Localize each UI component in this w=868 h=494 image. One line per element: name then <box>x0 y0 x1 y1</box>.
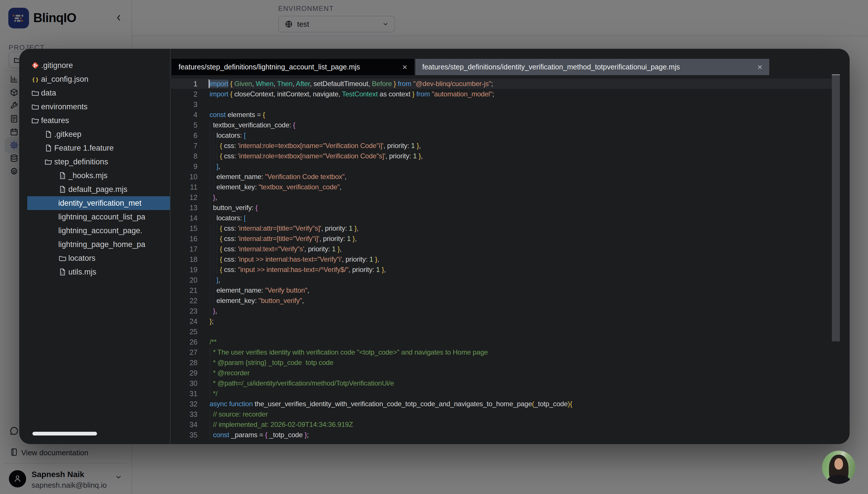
indent-guide <box>210 265 210 274</box>
close-icon[interactable]: × <box>757 63 762 72</box>
tree-item[interactable]: locators <box>27 251 170 265</box>
line-number: 15 <box>170 223 198 233</box>
indent-guide <box>213 276 214 285</box>
line-number: 28 <box>170 358 198 368</box>
indent-guide <box>213 265 214 274</box>
indent-guide <box>213 151 214 160</box>
indent-guide <box>210 306 210 316</box>
code-line: 9], <box>170 161 850 172</box>
indent-guide <box>210 348 210 357</box>
line-number: 12 <box>170 192 198 203</box>
tree-item-label: Feature 1.feature <box>54 144 114 153</box>
tree-item[interactable]: { }_hooks.mjs <box>27 169 170 183</box>
file-icon <box>44 130 53 138</box>
folder-icon <box>58 254 67 263</box>
indent-guide <box>210 358 210 367</box>
line-number: 9 <box>170 161 198 172</box>
tree-horizontal-scrollbar[interactable] <box>33 432 97 436</box>
code-line: 26/** <box>170 337 850 347</box>
indent-guide <box>210 172 210 181</box>
line-number: 27 <box>170 347 198 358</box>
text-cursor <box>209 79 209 88</box>
code-text: { css: "input >> internal:has-text=/^Ver… <box>220 265 386 275</box>
tree-item[interactable]: { }default_page.mjs <box>27 183 170 196</box>
indent-guide <box>210 368 210 378</box>
code-text: { css: 'internal:text="Verify"s', priori… <box>220 244 341 254</box>
indent-guide <box>217 244 217 253</box>
code-text: textbox_verification_code: { <box>213 120 295 130</box>
indent-guide <box>210 131 210 140</box>
tree-item[interactable]: data <box>27 86 170 100</box>
code-text: }; <box>209 316 214 326</box>
code-text: import { Given, When, Then, After, setDe… <box>209 79 493 89</box>
editor-vertical-scrollbar[interactable] <box>832 75 840 341</box>
line-number: 14 <box>170 213 198 223</box>
tree-item-label: identity_verification_met <box>58 199 142 208</box>
indent-guide <box>210 213 210 223</box>
tree-item[interactable]: Feature 1.feature <box>27 141 170 155</box>
tree-item[interactable]: .gitkeep <box>27 127 170 141</box>
indent-guide <box>213 255 214 264</box>
line-number: 32 <box>170 399 198 409</box>
file-code-icon: { } <box>58 171 67 180</box>
code-line: 28* @param {string} _totp_code totp code <box>170 358 850 368</box>
line-number: 23 <box>170 306 198 316</box>
tree-item-label: lightning_account_page. <box>58 226 142 235</box>
tree-item[interactable]: { }utils.mjs <box>27 265 170 279</box>
tree-item-label: default_page.mjs <box>68 185 127 194</box>
code-text: element_name: "Verify button", <box>217 285 309 296</box>
tree-item[interactable]: .gitignore <box>27 58 170 72</box>
tree-item-label: .gitignore <box>41 61 73 70</box>
tree-item[interactable]: identity_verification_met <box>27 196 170 210</box>
indent-guide <box>210 389 210 398</box>
tree-item[interactable]: lightning_account_list_pa <box>27 210 170 224</box>
indent-guide <box>213 244 214 253</box>
code-text: * @recorder <box>213 368 250 378</box>
code-text: * The user verifies identity with verifi… <box>213 347 488 358</box>
code-text: async function the_user_verifies_identit… <box>209 399 572 409</box>
indent-guide <box>217 255 217 264</box>
line-number: 17 <box>170 244 198 254</box>
indent-guide <box>217 265 217 274</box>
indent-guide <box>210 203 210 212</box>
tree-item[interactable]: step_definitions <box>27 155 170 169</box>
tree-item[interactable]: environments <box>27 100 170 114</box>
code-line: 12}, <box>170 192 850 203</box>
tree-item[interactable]: lightning_page_home_pa <box>27 238 170 251</box>
git-icon <box>31 61 40 70</box>
indent-guide <box>210 224 210 233</box>
editor-tab[interactable]: features/step_definitions/lightning_acco… <box>172 59 414 75</box>
line-number: 18 <box>170 254 198 265</box>
tree-item[interactable]: { }ai_config.json <box>27 72 170 86</box>
tree-item-label: lightning_page_home_pa <box>58 240 145 249</box>
tree-item[interactable]: lightning_account_page. <box>27 224 170 238</box>
tab-filename: features/step_definitions/identity_verif… <box>422 63 752 71</box>
code-line: 27* The user verifies identity with veri… <box>170 347 850 358</box>
code-line: 4const elements = { <box>170 110 850 120</box>
tree-item-label: ai_config.json <box>41 75 88 84</box>
indent-guide <box>213 213 214 223</box>
code-line: 29* @recorder <box>170 368 850 378</box>
code-line: 6locators: [ <box>170 130 850 140</box>
assistant-avatar-photo[interactable] <box>822 451 855 484</box>
file-code-icon: { } <box>58 268 67 276</box>
close-icon[interactable]: × <box>402 63 407 72</box>
code-editor: features/step_definitions/lightning_acco… <box>170 49 850 444</box>
line-number: 19 <box>170 265 198 275</box>
code-line: 35const _params = { _totp_code }; <box>170 430 850 440</box>
code-text: { css: 'input >> internal:has-text="Veri… <box>220 254 379 265</box>
svg-text:{ }: { } <box>61 271 64 274</box>
code-text: locators: [ <box>217 213 246 223</box>
line-number: 20 <box>170 275 198 285</box>
tree-item[interactable]: features <box>27 114 170 127</box>
indent-guide <box>210 162 210 171</box>
code-line: 5textbox_verification_code: { <box>170 120 850 130</box>
line-number: 3 <box>170 99 198 110</box>
indent-guide <box>213 183 214 192</box>
tree-item-label: locators <box>68 254 96 263</box>
indent-guide <box>213 172 214 181</box>
line-number: 25 <box>170 326 198 337</box>
editor-tab[interactable]: features/step_definitions/identity_verif… <box>415 59 769 75</box>
tree-item-label: data <box>41 89 56 97</box>
indent-guide <box>217 224 217 233</box>
